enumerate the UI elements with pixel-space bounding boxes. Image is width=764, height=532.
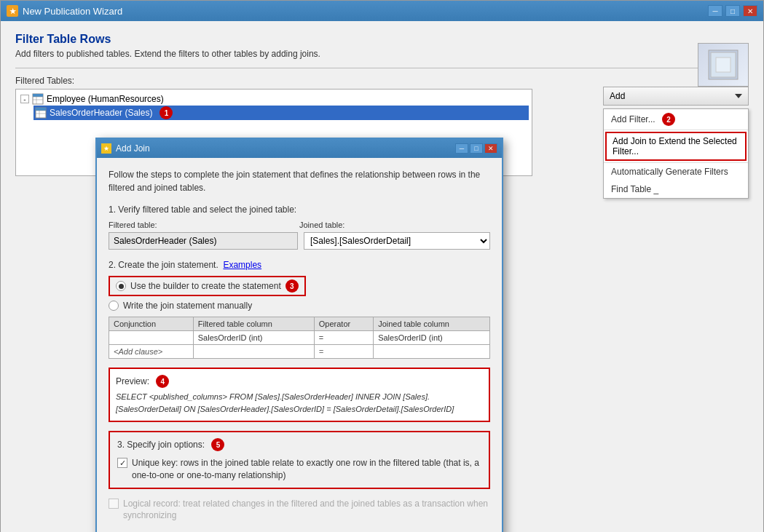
dialog-minimize-button[interactable]: ─ xyxy=(455,143,468,154)
unique-key-checkbox[interactable] xyxy=(117,458,127,468)
add-dropdown-button[interactable]: Add xyxy=(603,87,749,106)
title-bar: ★ New Publication Wizard ─ □ ✕ xyxy=(1,1,763,21)
dialog-body: Follow the steps to complete the join st… xyxy=(97,158,502,532)
dialog-title: Add Join xyxy=(116,143,150,154)
filtered-tables-label: Filtered Tables: xyxy=(15,76,749,86)
page-title: Filter Table Rows xyxy=(15,33,749,46)
step3-header: 3. Specify join options: 5 xyxy=(117,438,481,451)
step2-header: 2. Create the join statement. Examples xyxy=(109,260,490,270)
dialog-maximize-button[interactable]: □ xyxy=(470,143,483,154)
main-window: ★ New Publication Wizard ─ □ ✕ Filter Ta… xyxy=(0,0,764,532)
tree-root-item[interactable]: - Employee (HumanResources) xyxy=(19,92,529,106)
logical-record-section: Logical record: treat related changes in… xyxy=(109,498,490,523)
table-row-add-clause[interactable]: <Add clause> = xyxy=(109,345,490,359)
table-labels: Filtered table: Joined table: xyxy=(109,221,490,229)
svg-rect-2 xyxy=(716,57,730,72)
joined-table-select[interactable]: [Sales].[SalesOrderDetail][Sales].[Sales… xyxy=(304,232,490,250)
callout-2: 2 xyxy=(662,113,675,126)
row2-filtered-col xyxy=(193,345,314,359)
filtered-table-label: Filtered table: xyxy=(109,221,299,229)
preview-label: Preview: 4 xyxy=(116,375,483,388)
add-join-extend-menu-item[interactable]: Add Join to Extend the Selected Filter..… xyxy=(605,132,747,161)
tree-root-label: Employee (HumanResources) xyxy=(47,94,164,104)
dialog-title-bar: ★ Add Join ─ □ ✕ xyxy=(97,139,502,158)
callout-5: 5 xyxy=(211,438,224,451)
page-subtitle: Add filters to published tables. Extend … xyxy=(15,49,749,59)
window-title: New Publication Wizard xyxy=(23,6,122,17)
row1-filtered-col: SalesOrderID (int) xyxy=(193,331,314,345)
app-icon: ★ xyxy=(7,5,18,17)
tree-expand-icon[interactable]: - xyxy=(20,95,29,103)
menu-divider xyxy=(604,130,748,130)
col-conjunction: Conjunction xyxy=(109,317,194,331)
right-panel: Add Add Filter... 2 Add Join to Extend t… xyxy=(603,87,749,199)
add-label: Add xyxy=(610,91,625,101)
col-filtered-col: Filtered table column xyxy=(193,317,314,331)
auto-generate-filters-menu-item[interactable]: Automatically Generate Filters xyxy=(604,163,748,180)
logical-record-checkbox[interactable] xyxy=(109,499,119,509)
col-joined-col: Joined table column xyxy=(374,317,490,331)
radio-group: Use the builder to create the statement … xyxy=(109,276,490,311)
page-header: Filter Table Rows Add filters to publish… xyxy=(15,33,749,59)
find-table-menu-item[interactable]: Find Table _ xyxy=(604,180,748,198)
svg-rect-4 xyxy=(33,94,43,97)
preview-section: Preview: 4 SELECT <published_columns> FR… xyxy=(109,368,490,422)
tree-child-label: SalesOrderHeader (Sales) xyxy=(50,108,152,118)
callout-3: 3 xyxy=(285,279,299,293)
dialog-icon: ★ xyxy=(101,143,111,154)
window-controls: ─ □ ✕ xyxy=(708,5,757,17)
row1-joined-col: SalesOrderID (int) xyxy=(374,331,490,345)
maximize-button[interactable]: □ xyxy=(725,5,740,17)
join-table: Conjunction Filtered table column Operat… xyxy=(109,317,490,359)
radio-builder-dot[interactable] xyxy=(116,281,126,291)
col-operator: Operator xyxy=(314,317,373,331)
add-filter-menu-item[interactable]: Add Filter... 2 xyxy=(604,109,748,130)
row1-operator: = xyxy=(314,331,373,345)
callout-1: 1 xyxy=(160,106,173,119)
tree-child-item[interactable]: SalesOrderHeader (Sales) 1 xyxy=(34,106,529,120)
table-icon xyxy=(32,93,44,105)
radio-builder-label: Use the builder to create the statement xyxy=(130,281,281,291)
dialog-close-button[interactable]: ✕ xyxy=(484,143,497,154)
tree-child-icon xyxy=(35,107,47,119)
unique-key-label: Unique key: rows in the joined table rel… xyxy=(132,457,481,482)
table-inputs: SalesOrderHeader (Sales) [Sales].[SalesO… xyxy=(109,232,490,250)
row2-conjunction: <Add clause> xyxy=(109,345,194,359)
row2-joined-col xyxy=(374,345,490,359)
dialog-intro: Follow the steps to complete the join st… xyxy=(109,168,490,194)
row1-conjunction xyxy=(109,331,194,345)
logical-record-item: Logical record: treat related changes in… xyxy=(109,498,490,523)
logical-record-label: Logical record: treat related changes in… xyxy=(123,498,490,523)
dropdown-arrow-icon xyxy=(735,94,742,98)
minimize-button[interactable]: ─ xyxy=(708,5,722,17)
main-content: Filter Table Rows Add filters to publish… xyxy=(1,21,763,532)
examples-link[interactable]: Examples xyxy=(223,260,261,270)
add-menu-panel: Add Filter... 2 Add Join to Extend the S… xyxy=(603,108,749,199)
row2-operator: = xyxy=(314,345,373,359)
joined-table-label: Joined table: xyxy=(299,221,490,229)
join-options-section: 3. Specify join options: 5 Unique key: r… xyxy=(109,431,490,489)
wizard-thumbnail xyxy=(698,43,749,87)
callout-4: 4 xyxy=(156,375,169,388)
step1-header: 1. Verify filtered table and select the … xyxy=(109,205,490,215)
filtered-table-input: SalesOrderHeader (Sales) xyxy=(109,232,298,250)
radio-manual-item[interactable]: Write the join statement manually xyxy=(109,301,490,311)
radio-manual-label: Write the join statement manually xyxy=(123,301,252,311)
radio-manual-dot[interactable] xyxy=(109,301,119,311)
add-join-dialog: ★ Add Join ─ □ ✕ Follow the steps to com… xyxy=(95,138,503,532)
table-row: SalesOrderID (int) = SalesOrderID (int) xyxy=(109,331,490,345)
preview-text: SELECT <published_columns> FROM [Sales].… xyxy=(116,391,483,415)
svg-rect-9 xyxy=(36,108,46,111)
divider xyxy=(15,68,749,68)
unique-key-checkbox-item[interactable]: Unique key: rows in the joined table rel… xyxy=(117,457,481,482)
close-button[interactable]: ✕ xyxy=(743,5,757,17)
